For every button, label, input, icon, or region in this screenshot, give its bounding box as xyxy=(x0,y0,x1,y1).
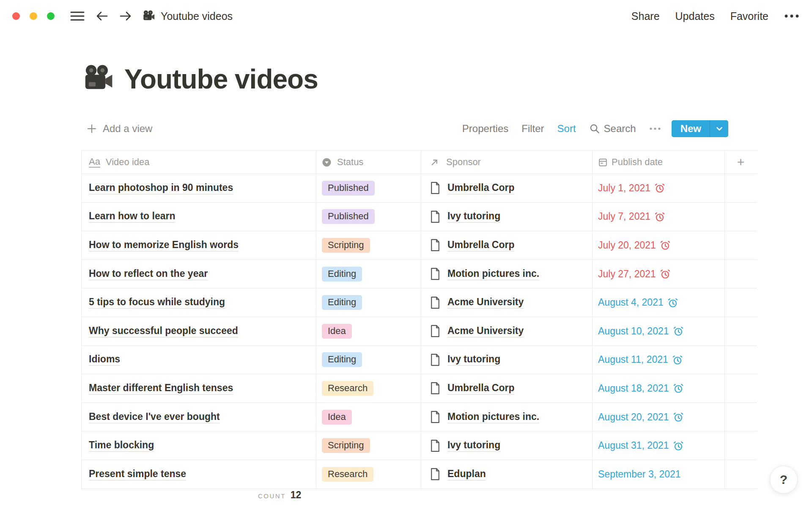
sidebar-menu-icon[interactable] xyxy=(70,11,85,22)
column-header-publish-date[interactable]: Publish date xyxy=(592,151,724,174)
favorite-button[interactable]: Favorite xyxy=(730,10,768,22)
video-idea-link[interactable]: Time blocking xyxy=(89,439,154,452)
publish-date-cell[interactable]: September 3, 2021 xyxy=(592,460,724,489)
video-idea-cell[interactable]: Present simple tense xyxy=(82,460,316,489)
video-idea-cell[interactable]: Why successful people succeed xyxy=(82,317,316,345)
status-cell[interactable]: Editing xyxy=(316,346,421,374)
back-arrow-icon[interactable] xyxy=(96,10,109,22)
status-cell[interactable]: Editing xyxy=(316,260,421,288)
status-cell[interactable]: Scripting xyxy=(316,431,421,460)
sponsor-link[interactable]: Motion pictures inc. xyxy=(447,268,539,280)
status-cell[interactable]: Idea xyxy=(316,403,421,431)
status-cell[interactable]: Research xyxy=(316,460,421,489)
status-cell[interactable]: Idea xyxy=(316,317,421,345)
status-cell[interactable]: Published xyxy=(316,174,421,202)
close-window-button[interactable] xyxy=(12,12,20,20)
video-idea-link[interactable]: Learn how to learn xyxy=(89,210,175,223)
minimize-window-button[interactable] xyxy=(30,12,37,20)
sponsor-link[interactable]: Umbrella Corp xyxy=(447,239,514,251)
new-record-button[interactable]: New xyxy=(672,120,728,137)
sponsor-cell[interactable]: Eduplan xyxy=(421,460,592,489)
video-idea-link[interactable]: Best device I've ever bought xyxy=(89,411,220,423)
sponsor-cell[interactable]: Motion pictures inc. xyxy=(421,403,592,431)
sponsor-cell[interactable]: Acme University xyxy=(421,288,592,317)
help-button[interactable]: ? xyxy=(770,466,798,494)
video-idea-link[interactable]: How to memorize English words xyxy=(89,239,239,251)
video-idea-link[interactable]: Why successful people succeed xyxy=(89,325,238,337)
sponsor-cell[interactable]: Ivy tutoring xyxy=(421,203,592,231)
add-view-button[interactable]: Add a view xyxy=(87,123,152,135)
new-button-label[interactable]: New xyxy=(672,120,710,137)
status-cell[interactable]: Published xyxy=(316,203,421,231)
sponsor-link[interactable]: Acme University xyxy=(447,325,524,337)
video-idea-cell[interactable]: How to reflect on the year xyxy=(82,260,316,288)
publish-date-cell[interactable]: August 31, 2021 xyxy=(592,431,724,460)
video-idea-link[interactable]: Present simple tense xyxy=(89,468,186,480)
video-idea-cell[interactable]: Learn photoshop in 90 minutes xyxy=(82,174,316,202)
sponsor-cell[interactable]: Umbrella Corp xyxy=(421,231,592,260)
zoom-window-button[interactable] xyxy=(47,12,55,20)
page-title[interactable]: Youtube videos xyxy=(124,64,318,95)
video-idea-cell[interactable]: Learn how to learn xyxy=(82,203,316,231)
add-column-button[interactable]: + xyxy=(724,151,757,174)
sponsor-cell[interactable]: Ivy tutoring xyxy=(421,346,592,374)
sponsor-link[interactable]: Umbrella Corp xyxy=(447,182,514,194)
title-property-icon: Aa xyxy=(89,157,100,168)
view-more-options-icon[interactable] xyxy=(649,127,661,130)
view-toolbar: Add a view Properties Filter Sort Search… xyxy=(87,119,728,138)
publish-date-cell[interactable]: July 1, 2021 xyxy=(592,174,724,202)
publish-date-cell[interactable]: August 4, 2021 xyxy=(592,288,724,317)
sponsor-link[interactable]: Acme University xyxy=(447,296,524,309)
sponsor-cell[interactable]: Acme University xyxy=(421,317,592,345)
video-idea-cell[interactable]: Idioms xyxy=(82,346,316,374)
column-header-video-idea[interactable]: Aa Video idea xyxy=(82,151,316,174)
publish-date-cell[interactable]: August 11, 2021 xyxy=(592,346,724,374)
page-icon-movie-camera[interactable] xyxy=(83,64,114,95)
more-options-icon[interactable] xyxy=(784,14,799,18)
sponsor-cell[interactable]: Motion pictures inc. xyxy=(421,260,592,288)
sponsor-link[interactable]: Ivy tutoring xyxy=(447,353,500,366)
column-header-sponsor[interactable]: Sponsor xyxy=(421,151,592,174)
video-idea-cell[interactable]: Master different English tenses xyxy=(82,374,316,403)
status-pill: Research xyxy=(322,381,373,396)
video-idea-link[interactable]: Learn photoshop in 90 minutes xyxy=(89,182,233,194)
sponsor-link[interactable]: Ivy tutoring xyxy=(447,210,500,223)
video-idea-link[interactable]: Master different English tenses xyxy=(89,382,233,395)
publish-date-cell[interactable]: August 18, 2021 xyxy=(592,374,724,403)
calendar-icon xyxy=(598,157,608,167)
publish-date-cell[interactable]: August 20, 2021 xyxy=(592,403,724,431)
search-button[interactable]: Search xyxy=(589,123,636,135)
video-idea-link[interactable]: How to reflect on the year xyxy=(89,268,208,280)
sponsor-link[interactable]: Umbrella Corp xyxy=(447,382,514,395)
sponsor-link[interactable]: Ivy tutoring xyxy=(447,439,500,452)
table-count-footer[interactable]: COUNT 12 xyxy=(258,489,301,501)
publish-date-cell[interactable]: July 27, 2021 xyxy=(592,260,724,288)
publish-date-cell[interactable]: July 20, 2021 xyxy=(592,231,724,260)
video-idea-link[interactable]: 5 tips to focus while studying xyxy=(89,296,225,309)
status-pill: Research xyxy=(322,467,373,482)
publish-date-cell[interactable]: July 7, 2021 xyxy=(592,203,724,231)
publish-date-cell[interactable]: August 10, 2021 xyxy=(592,317,724,345)
sponsor-cell[interactable]: Ivy tutoring xyxy=(421,431,592,460)
sponsor-link[interactable]: Motion pictures inc. xyxy=(447,411,539,423)
status-cell[interactable]: Editing xyxy=(316,288,421,317)
status-cell[interactable]: Research xyxy=(316,374,421,403)
filter-button[interactable]: Filter xyxy=(521,123,544,135)
chevron-down-icon[interactable] xyxy=(710,120,728,137)
sponsor-cell[interactable]: Umbrella Corp xyxy=(421,374,592,403)
forward-arrow-icon[interactable] xyxy=(119,10,132,22)
properties-button[interactable]: Properties xyxy=(462,123,508,135)
video-idea-cell[interactable]: Best device I've ever bought xyxy=(82,403,316,431)
alarm-clock-icon xyxy=(660,240,671,251)
updates-button[interactable]: Updates xyxy=(675,10,715,22)
video-idea-cell[interactable]: Time blocking xyxy=(82,431,316,460)
sponsor-cell[interactable]: Umbrella Corp xyxy=(421,174,592,202)
sort-button[interactable]: Sort xyxy=(557,123,576,135)
video-idea-link[interactable]: Idioms xyxy=(89,353,120,366)
share-button[interactable]: Share xyxy=(631,10,660,22)
column-header-status[interactable]: Status xyxy=(316,151,421,174)
status-cell[interactable]: Scripting xyxy=(316,231,421,260)
video-idea-cell[interactable]: How to memorize English words xyxy=(82,231,316,260)
video-idea-cell[interactable]: 5 tips to focus while studying xyxy=(82,288,316,317)
sponsor-link[interactable]: Eduplan xyxy=(447,468,486,480)
